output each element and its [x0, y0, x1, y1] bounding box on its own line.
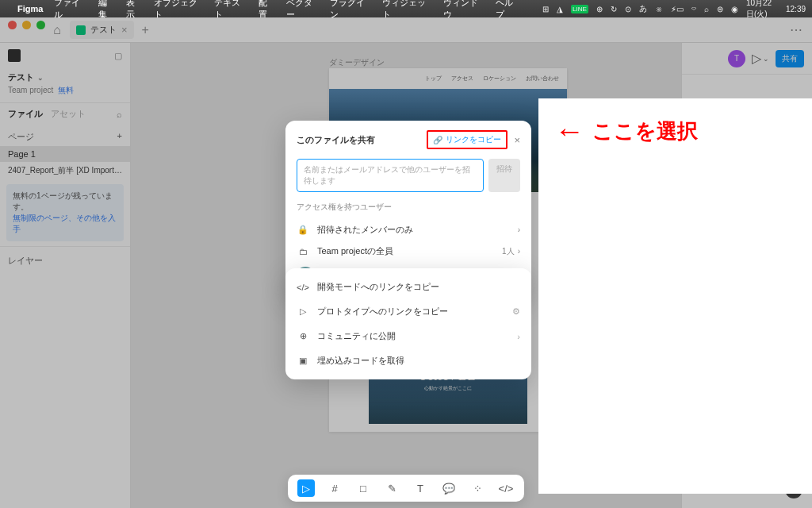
access-row-invited[interactable]: 🔒 招待されたメンバーのみ › [297, 219, 520, 241]
share-button[interactable]: 共有 [776, 50, 804, 67]
close-icon[interactable]: × [514, 134, 520, 146]
avatar[interactable]: T [728, 50, 745, 67]
figma-file-icon [76, 25, 86, 35]
copy-dev-link[interactable]: </>開発モードへのリンクをコピー [297, 275, 520, 299]
search-icon[interactable]: ⌕ [704, 5, 709, 13]
home-icon[interactable]: ⌂ [48, 21, 67, 40]
link-icon: 🔗 [433, 136, 442, 144]
art-nav: トップアクセスロケーションお問い合わせ [329, 68, 567, 89]
folder-icon: 🗀 [297, 247, 309, 256]
close-tab-icon[interactable]: × [121, 24, 128, 36]
menubar-time[interactable]: 12:39 [786, 5, 806, 13]
bottom-toolbar: ▷ # □ ✎ T 💬 ⁘ </> [288, 475, 524, 502]
team-breadcrumb[interactable]: Team project 無料 [0, 85, 130, 102]
move-tool[interactable]: ▷ [297, 479, 315, 497]
tray-line-icon[interactable]: LINE [571, 5, 588, 13]
shape-tool[interactable]: □ [354, 479, 372, 497]
figma-window: ⌂ テスト × + ⋯ ▢ テスト⌄ Team project 無料 ファイル … [0, 17, 812, 508]
svg-rect-0 [8, 49, 21, 62]
search-icon[interactable]: ⌕ [117, 110, 122, 119]
add-page-icon[interactable]: + [117, 131, 122, 143]
gear-icon[interactable]: ⚙ [512, 306, 520, 317]
input-lang[interactable]: あ [639, 3, 647, 14]
tab-bar: ⌂ テスト × + ⋯ [0, 17, 812, 43]
copy-link-button[interactable]: 🔗 リンクをコピー [427, 130, 508, 149]
siri-icon[interactable]: ◉ [731, 5, 738, 13]
annotation-overlay: ← ここを選択 [538, 98, 812, 494]
frame-label[interactable]: ダミーデザイン [329, 57, 385, 68]
access-label: アクセス権を持つユーザー [297, 202, 520, 213]
embed-icon: ▣ [297, 356, 309, 366]
annotation-text: ここを選択 [592, 117, 698, 145]
control-center-icon[interactable]: ⊜ [717, 5, 723, 13]
modal-title: このファイルを共有 [297, 134, 427, 146]
layers-label: レイヤー [0, 246, 130, 275]
lock-icon: 🔒 [297, 225, 309, 235]
share-submenu: </>開発モードへのリンクをコピー ▷プロトタイプへのリンクをコピー⚙ ⊕コミュ… [285, 268, 531, 379]
left-panel: ▢ テスト⌄ Team project 無料 ファイル アセット ⌕ ページ+ … [0, 43, 131, 508]
publish-community[interactable]: ⊕コミュニティに公開› [297, 324, 520, 348]
arrow-left-icon: ← [554, 114, 584, 148]
tab-file[interactable]: ファイル [8, 108, 43, 120]
code-icon: </> [297, 283, 309, 292]
file-tab[interactable]: テスト × [70, 21, 134, 39]
invite-button[interactable]: 招待 [488, 159, 520, 192]
wifi-icon[interactable]: ⌔ [691, 5, 696, 13]
page-item[interactable]: 2407_Report_前半 [XD Import] (30-Ju... [0, 162, 130, 179]
tray-icon[interactable]: ⊞ [542, 5, 549, 13]
upgrade-banner[interactable]: 無料の1ページが残っています。 無制限のページ、その他を入手 [6, 184, 124, 241]
pages-label: ページ [8, 131, 34, 143]
play-icon: ▷ [297, 306, 309, 317]
text-tool[interactable]: T [412, 479, 429, 497]
tab-label: テスト [90, 24, 117, 36]
dev-mode-toggle[interactable]: </> [497, 479, 515, 497]
comment-tool[interactable]: 💬 [440, 479, 458, 497]
panel-toggle-icon[interactable]: ▢ [114, 51, 122, 61]
traffic-lights[interactable] [8, 21, 45, 29]
tray-icon[interactable]: ⊕ [596, 5, 603, 13]
macos-menubar: Figma ファイル 編集 表示 オブジェクト テキスト 配置 ベクター プラグ… [0, 0, 812, 17]
chevron-right-icon: › [518, 225, 520, 234]
copy-proto-link[interactable]: ▷プロトタイプへのリンクをコピー⚙ [297, 299, 520, 324]
tray-icon[interactable]: ↻ [611, 5, 617, 13]
globe-icon: ⊕ [297, 331, 309, 341]
new-tab-button[interactable]: + [142, 23, 149, 37]
actions-tool[interactable]: ⁘ [469, 479, 486, 497]
tab-asset[interactable]: アセット [51, 108, 86, 120]
invite-input[interactable]: 名前またはメールアドレスで他のユーザーを招待します [297, 159, 484, 192]
file-title[interactable]: テスト⌄ [0, 68, 130, 85]
get-embed[interactable]: ▣埋め込みコードを取得 [297, 348, 520, 373]
page-item[interactable]: Page 1 [0, 146, 130, 162]
tray-icon[interactable]: ⊙ [625, 5, 631, 13]
tray-icon[interactable]: ◮ [557, 5, 563, 13]
bluetooth-icon[interactable]: ⨳ [655, 5, 663, 13]
window-more-icon[interactable]: ⋯ [790, 22, 802, 37]
app-name[interactable]: Figma [17, 4, 43, 13]
figma-logo-icon[interactable] [8, 49, 21, 62]
present-button[interactable]: ▷ ⌄ [752, 51, 769, 66]
access-row-team[interactable]: 🗀 Team projectの全員 1人 › [297, 241, 520, 262]
pen-tool[interactable]: ✎ [383, 479, 400, 497]
battery-icon[interactable]: ⚡︎▭ [671, 5, 684, 13]
frame-tool[interactable]: # [326, 479, 343, 497]
